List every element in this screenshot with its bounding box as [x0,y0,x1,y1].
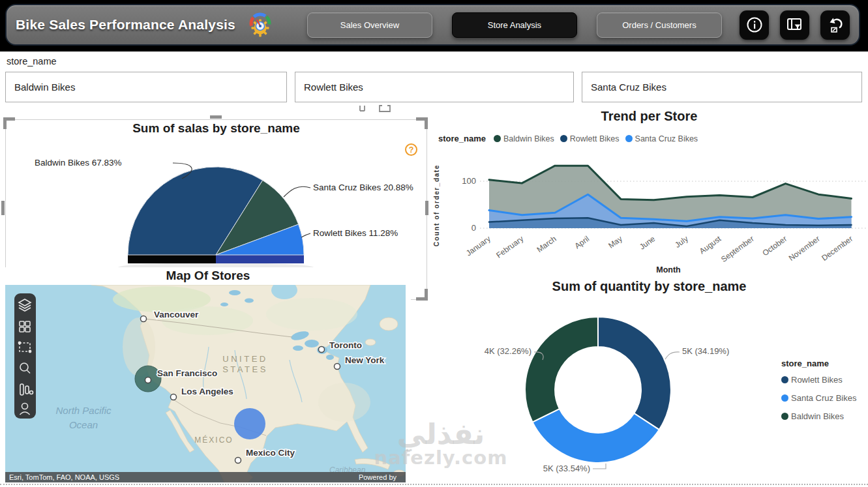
gauge-gear-logo-icon [245,8,276,42]
pie-title: Sum of salas by store_name [6,121,427,136]
legend-dot [781,394,788,402]
selection-corner-handle[interactable] [3,117,15,129]
svg-text:January: January [464,234,492,258]
svg-text:Los Angeles: Los Angeles [181,387,233,396]
donut-data-label: 5K (33.54%) [543,464,590,473]
map-toolbar [14,293,36,419]
donut-title: Sum of quantity by store_name [430,279,868,294]
tab-sales-overview[interactable]: Sales Overview [307,12,432,38]
city-marker-toronto[interactable] [319,347,325,353]
svg-text:Mexico City: Mexico City [246,448,295,458]
y-axis-title: Count of order_date [433,155,440,246]
trend-legend: store_name Baldwin Bikes Rowlett Bikes S… [438,134,698,143]
svg-text:October: October [760,234,788,258]
reset-arrow-icon [826,16,845,34]
city-marker-san-francisco[interactable] [145,377,151,383]
nav-tabs: Sales Overview Store Analysis Orders / C… [307,12,722,38]
svg-text:Ocean: Ocean [69,419,98,430]
selection-left-handle[interactable] [1,201,5,215]
legend-label: Baldwin Bikes [791,411,844,421]
legend-item-santa-cruz[interactable]: Santa Cruz Bikes [781,393,856,403]
svg-text:0: 0 [471,223,476,233]
map-title: Map Of Stores [5,269,411,283]
city-marker-new-york[interactable] [335,364,340,370]
svg-text:Vancouver: Vancouver [154,310,199,319]
header-pill: Bike Sales Performance Analysis [5,4,860,46]
donut-slice[interactable] [533,409,659,463]
city-marker-mexico-city[interactable] [235,458,241,464]
stores-map[interactable]: VancouverTorontoNew YorkSan FranciscoLos… [5,285,406,482]
legend-dot [625,135,633,142]
dashboard-page: Bike Sales Performance Analysis [0,0,868,487]
reset-button[interactable] [820,10,850,40]
pie-data-label: Rowlett Bikes 11.28% [313,228,398,238]
donut-slice[interactable] [598,317,671,430]
legend-dot [560,135,567,142]
svg-text:New York: New York [345,355,385,365]
popout-icon[interactable] [378,104,391,116]
svg-text:STATES: STATES [222,364,268,374]
svg-text:December: December [820,234,854,263]
map-attribution: Esri, TomTom, FAO, NOAA, USGS [9,473,119,481]
trend-area-chart: 1000JanuaryFebruaryMarchAprilMayJuneJuly… [449,149,868,273]
slicer-option-label: Baldwin Bikes [14,81,75,93]
slicer-field-label: store_name [7,56,57,66]
legend-item-baldwin[interactable]: Baldwin Bikes [781,411,856,421]
svg-text:February: February [494,234,525,260]
slicer-option-santa-cruz[interactable]: Santa Cruz Bikes [582,72,862,102]
info-button[interactable] [740,10,769,40]
selection-corner-handle[interactable] [416,117,428,129]
quantity-donut-chart: 5K (34.19%)5K (33.54%)4K (32.26%) [438,297,777,486]
city-marker-los-angeles[interactable] [171,394,177,400]
donut-legend: store_name Rowlett Bikes Santa Cruz Bike… [781,359,856,430]
city-marker-vancouver[interactable] [141,316,147,322]
legend-label: Rowlett Bikes [791,375,843,385]
filter-pane-icon [786,16,803,34]
gear [251,14,269,37]
svg-text:March: March [535,234,558,254]
svg-text:April: April [573,234,591,250]
header-bar: Bike Sales Performance Analysis [0,0,868,52]
store-bubble-texas[interactable] [234,408,265,439]
legend-item-rowlett[interactable]: Rowlett Bikes [560,134,620,143]
selection-corner-handle[interactable] [416,289,428,301]
filter-pane-button[interactable] [780,10,809,40]
selection-top-handle[interactable] [210,115,222,119]
legend-label: Rowlett Bikes [570,134,620,143]
legend-label: Santa Cruz Bikes [635,134,698,143]
svg-text:UNITED: UNITED [222,354,267,364]
x-axis-title: Month [470,265,867,274]
legend-dot [781,376,788,383]
pie-data-label: Santa Cruz Bikes 20.88% [313,183,413,192]
legend-dot [494,135,501,142]
svg-text:July: July [673,234,689,250]
donut-data-label: 4K (32.26%) [485,346,531,356]
tab-store-analysis[interactable]: Store Analysis [452,12,577,38]
legend-title: store_name [438,134,486,143]
legend-item-santa-cruz[interactable]: Santa Cruz Bikes [625,134,698,143]
tab-orders-customers[interactable]: Orders / Customers [597,12,722,38]
slicer-option-label: Rowlett Bikes [304,81,363,93]
slicer-option-rowlett[interactable]: Rowlett Bikes [295,72,574,102]
info-icon [746,16,763,33]
trend-title: Trend per Store [430,109,868,124]
legend-item-rowlett[interactable]: Rowlett Bikes [781,375,856,385]
page-bottom-edge [0,484,868,485]
svg-text:May: May [606,234,624,250]
map-visual: Map Of Stores [5,267,411,482]
donut-slice[interactable] [525,317,598,422]
svg-text:MÉXICO: MÉXICO [194,435,233,445]
powered-by-label: Powered by [359,473,397,481]
svg-text:100: 100 [462,176,476,186]
selection-right-handle[interactable] [425,201,428,215]
svg-text:September: September [719,234,756,264]
focus-mode-icon[interactable] [357,104,368,116]
slicer-option-baldwin[interactable]: Baldwin Bikes [5,72,287,102]
legend-title: store_name [781,359,854,368]
legend-item-baldwin[interactable]: Baldwin Bikes [494,134,554,143]
svg-text:June: June [638,234,657,252]
header-actions [740,10,850,40]
legend-label: Santa Cruz Bikes [791,393,856,403]
svg-text:San Francisco: San Francisco [157,368,217,378]
donut-data-label: 5K (34.19%) [682,346,729,356]
